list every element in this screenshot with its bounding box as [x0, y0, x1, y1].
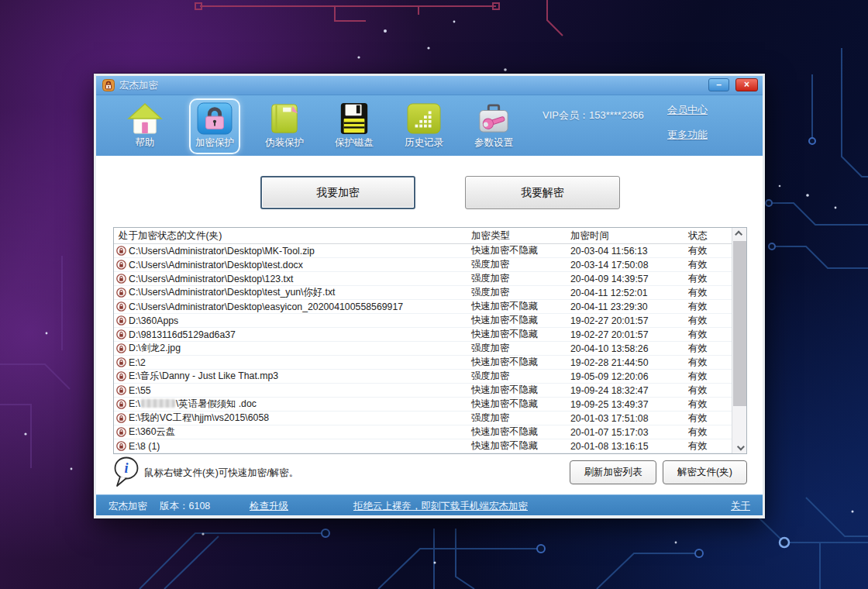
minimize-button[interactable]: – [708, 78, 729, 91]
row-lock-icon [116, 329, 126, 339]
table-row[interactable]: C:\Users\Administrator\Desktop\easyicon_… [114, 300, 733, 314]
table-scrollbar[interactable] [732, 228, 746, 453]
scrollbar-thumb[interactable] [733, 241, 746, 406]
table-row[interactable]: C:\Users\Administrator\Desktop\MK-Tool.z… [114, 244, 733, 258]
status-cell: 有效 [684, 412, 730, 425]
encrypt-time-cell: 19-02-27 20:01:57 [566, 329, 684, 340]
window-title: 宏杰加密 [119, 79, 158, 92]
encrypt-type-cell: 快速加密不隐藏 [467, 314, 566, 327]
encrypt-time-cell: 19-02-27 20:01:57 [566, 315, 684, 326]
mobile-promo-link[interactable]: 拒绝云上裸奔，即刻下载手机端宏杰加密 [353, 500, 528, 513]
status-cell: 有效 [684, 425, 730, 439]
status-cell: 有效 [684, 258, 730, 271]
encrypt-time-cell: 20-01-03 17:51:08 [566, 413, 684, 424]
table-row[interactable]: E:\音乐\Danny - Just Like That.mp3强度加密19-0… [114, 370, 733, 384]
status-bar: 宏杰加密 版本：6108 检查升级 拒绝云上裸奔，即刻下载手机端宏杰加密 关于 [96, 494, 763, 515]
column-header-files[interactable]: 处于加密状态的文件(夹) [114, 229, 467, 243]
row-lock-icon [116, 288, 126, 298]
decrypt-files-button[interactable]: 解密文件(夹) [663, 460, 747, 484]
encrypt-time-cell: 20-03-04 11:56:13 [566, 246, 684, 257]
toolbar-item-settings[interactable]: 参数设置 [468, 98, 519, 154]
table-row[interactable]: E:\我的VC工程\hjjm\vs2015\6058强度加密20-01-03 1… [114, 412, 733, 425]
table-row[interactable]: D:\360Apps快速加密不隐藏19-02-27 20:01:57有效 [114, 314, 733, 328]
encrypted-files-table: 处于加密状态的文件(夹) 加密类型 加密时间 状态 C:\Users\Admin… [113, 227, 747, 454]
svg-text:i: i [124, 460, 128, 476]
table-row[interactable]: E:\8 (1)快速加密不隐藏20-01-08 13:16:15有效 [114, 439, 733, 453]
encrypt-type-cell: 强度加密 [467, 342, 566, 355]
table-header-row: 处于加密状态的文件(夹) 加密类型 加密时间 状态 [114, 228, 733, 244]
close-button[interactable]: × [735, 78, 758, 91]
row-lock-icon [116, 343, 126, 353]
vip-member-label: VIP会员：153****2366 [542, 108, 644, 122]
encrypt-time-cell: 19-02-28 21:44:50 [566, 357, 684, 368]
status-cell: 有效 [684, 244, 730, 257]
toolbar-label: 伪装保护 [265, 136, 304, 150]
file-path-cell: E:\8 (1) [114, 441, 467, 452]
column-header-time[interactable]: 加密时间 [566, 229, 684, 243]
table-row[interactable]: C:\Users\Administrator\Desktop\test.docx… [114, 258, 733, 272]
history-chart-icon [406, 102, 442, 135]
decrypt-button[interactable]: 我要解密 [465, 176, 620, 209]
home-icon [127, 102, 163, 135]
scroll-down-icon[interactable] [732, 440, 746, 453]
encrypt-type-cell: 快速加密不隐藏 [467, 244, 566, 257]
status-cell: 有效 [684, 342, 730, 355]
member-center-link[interactable]: 会员中心 [667, 103, 708, 117]
app-logo-lock-icon [102, 79, 115, 91]
encrypt-time-cell: 19-09-25 13:49:37 [566, 399, 684, 410]
row-lock-icon [116, 399, 126, 409]
floppy-disk-icon [336, 102, 372, 135]
table-row[interactable]: D:\剑龙2.jpg强度加密20-04-10 13:58:26有效 [114, 342, 733, 356]
table-row[interactable]: C:\Users\Administrator\Desktop\test_yun\… [114, 286, 733, 300]
table-row[interactable]: E:\\英语暑假须知 .doc快速加密不隐藏19-09-25 13:49:37有… [114, 398, 733, 412]
title-bar[interactable]: 宏杰加密 – × [96, 76, 763, 95]
encrypt-type-cell: 强度加密 [467, 286, 566, 299]
main-toolbar: 帮助 加密保护 伪装保护 [96, 95, 763, 156]
file-path-cell: E:\55 [114, 385, 467, 396]
status-cell: 有效 [684, 384, 730, 397]
toolbar-item-protect-disk[interactable]: 保护磁盘 [329, 98, 380, 154]
encrypt-type-cell: 快速加密不隐藏 [467, 328, 566, 341]
row-lock-icon [116, 441, 126, 451]
status-cell: 有效 [684, 272, 730, 285]
info-bubble-icon: i [113, 456, 140, 487]
about-link[interactable]: 关于 [731, 500, 750, 513]
scroll-up-icon[interactable] [732, 228, 746, 241]
file-path-cell: E:\我的VC工程\hjjm\vs2015\6058 [114, 412, 467, 425]
file-path-cell: C:\Users\Administrator\Desktop\MK-Tool.z… [114, 246, 467, 257]
toolbar-item-disguise-protect[interactable]: 伪装保护 [259, 98, 310, 154]
file-path-cell: D:\剑龙2.jpg [114, 342, 467, 355]
status-cell: 有效 [684, 286, 730, 299]
column-header-type[interactable]: 加密类型 [467, 229, 566, 243]
table-row[interactable]: E:\55快速加密不隐藏19-09-24 18:32:47有效 [114, 384, 733, 398]
file-path-cell: E:\音乐\Danny - Just Like That.mp3 [114, 370, 467, 383]
toolbar-item-encrypt-protect[interactable]: 加密保护 [189, 98, 240, 154]
toolbar-item-history[interactable]: 历史记录 [398, 98, 450, 154]
row-lock-icon [116, 371, 126, 381]
status-cell: 有效 [684, 370, 730, 383]
encrypt-button[interactable]: 我要加密 [260, 176, 415, 209]
table-row[interactable]: C:\Users\Administrator\Desktop\123.txt强度… [114, 272, 733, 286]
row-lock-icon [116, 385, 126, 395]
column-header-status[interactable]: 状态 [684, 229, 730, 243]
encrypt-type-cell: 快速加密不隐藏 [467, 398, 566, 411]
encrypt-type-cell: 快速加密不隐藏 [467, 425, 566, 439]
refresh-list-button[interactable]: 刷新加密列表 [570, 460, 656, 484]
row-lock-icon [116, 260, 126, 270]
row-lock-icon [116, 246, 126, 256]
more-features-link[interactable]: 更多功能 [667, 128, 708, 142]
table-row[interactable]: D:\9813116d5129ad6a37快速加密不隐藏19-02-27 20:… [114, 328, 733, 342]
row-lock-icon [116, 301, 126, 312]
check-update-link[interactable]: 检查升级 [250, 500, 288, 513]
table-row[interactable]: E:\360云盘快速加密不隐藏20-01-07 15:17:03有效 [114, 425, 733, 439]
encrypt-type-cell: 强度加密 [467, 258, 566, 271]
encrypt-time-cell: 20-01-07 15:17:03 [566, 427, 684, 438]
disguise-book-icon [267, 102, 302, 135]
row-lock-icon [116, 315, 126, 326]
row-lock-icon [116, 357, 126, 367]
table-row[interactable]: E:\2快速加密不隐藏19-02-28 21:44:50有效 [114, 356, 733, 370]
row-lock-icon [116, 274, 126, 284]
toolbar-item-help[interactable]: 帮助 [119, 98, 170, 154]
toolbar-label: 保护磁盘 [335, 136, 374, 150]
encrypt-time-cell: 20-04-11 23:29:30 [566, 301, 684, 312]
